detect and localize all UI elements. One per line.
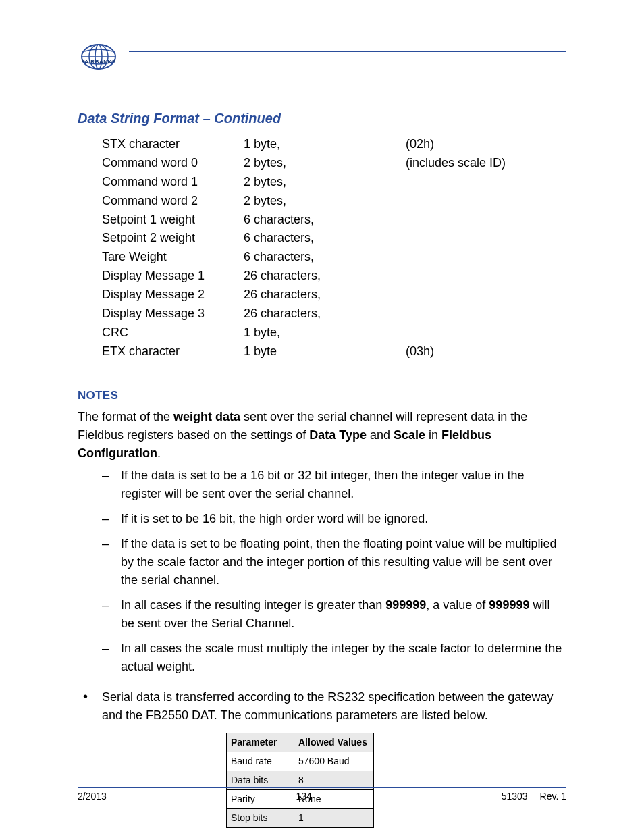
param-name: Stop bits <box>227 809 294 828</box>
spec-note <box>406 286 566 305</box>
spec-size: 6 characters, <box>244 229 406 248</box>
header-divider <box>129 51 566 52</box>
spec-name: Command word 2 <box>102 192 244 211</box>
spec-row: Setpoint 1 weight6 characters, <box>102 211 566 230</box>
section-title: Data String Format – Continued <box>78 108 566 128</box>
spec-size: 6 characters, <box>244 211 406 230</box>
list-item: If the data is set to be floating point,… <box>102 535 566 590</box>
spec-note: (includes scale ID) <box>406 154 566 173</box>
fairbanks-logo: FAIRBANKS <box>78 37 119 70</box>
spec-size: 26 characters, <box>244 305 406 323</box>
spec-row: Display Message 326 characters, <box>102 305 566 323</box>
footer-right: 51303 Rev. 1 <box>502 791 566 802</box>
spec-row: Command word 12 bytes, <box>102 173 566 192</box>
column-header: Parameter <box>227 733 294 752</box>
text: in <box>425 428 441 442</box>
list-item: In all cases if the resulting integer is… <box>102 596 566 633</box>
globe-icon <box>79 42 118 72</box>
list-item: Serial data is transferred according to … <box>83 688 566 725</box>
revision: Rev. 1 <box>540 791 566 802</box>
bold-text: Scale <box>394 428 425 442</box>
footer-row: 2/2013 134 51303 Rev. 1 <box>78 791 566 802</box>
spec-row: Display Message 226 characters, <box>102 286 566 305</box>
logo-brand-text: FAIRBANKS <box>81 59 115 65</box>
text: In all cases if the resulting integer is… <box>121 598 385 612</box>
spec-name: ETX character <box>102 342 244 361</box>
param-value: 1 <box>294 809 374 828</box>
spec-name: Display Message 1 <box>102 267 244 286</box>
content-area: Data String Format – Continued STX chara… <box>78 108 566 828</box>
spec-size: 26 characters, <box>244 267 406 286</box>
doc-id: 51303 <box>502 791 528 802</box>
spec-row: Display Message 126 characters, <box>102 267 566 286</box>
footer-date: 2/2013 <box>78 791 107 802</box>
spec-note <box>406 229 566 248</box>
list-item: In all cases the scale must multiply the… <box>102 640 566 676</box>
page-number: 134 <box>107 791 502 802</box>
spec-row: Tare Weight6 characters, <box>102 248 566 267</box>
spec-row: Command word 02 bytes,(includes scale ID… <box>102 154 566 173</box>
spec-size: 6 characters, <box>244 248 406 267</box>
spec-note <box>406 323 566 342</box>
spec-size: 1 byte, <box>244 323 406 342</box>
spec-row: Setpoint 2 weight6 characters, <box>102 229 566 248</box>
spec-size: 2 bytes, <box>244 192 406 211</box>
spec-note <box>406 305 566 323</box>
spec-name: Command word 0 <box>102 154 244 173</box>
spec-name: Display Message 3 <box>102 305 244 323</box>
serial-info-list: Serial data is transferred according to … <box>78 688 566 725</box>
spec-name: Setpoint 2 weight <box>102 229 244 248</box>
column-header: Allowed Values <box>294 733 374 752</box>
parameters-table: Parameter Allowed Values Baud rate 57600… <box>226 733 374 828</box>
spec-name: CRC <box>102 323 244 342</box>
table-header-row: Parameter Allowed Values <box>227 733 374 752</box>
text: . <box>157 446 161 460</box>
text: , a value of <box>426 598 489 612</box>
spec-table: STX character1 byte,(02h) Command word 0… <box>102 135 566 361</box>
spec-note: (03h) <box>406 342 566 361</box>
spec-name: STX character <box>102 135 244 154</box>
spec-note <box>406 267 566 286</box>
notes-heading: NOTES <box>78 387 566 405</box>
notes-list: If the data is set to be a 16 bit or 32 … <box>78 467 566 676</box>
spec-name: Tare Weight <box>102 248 244 267</box>
spec-note <box>406 248 566 267</box>
bold-text: 999999 <box>385 598 426 612</box>
spec-size: 1 byte <box>244 342 406 361</box>
param-value: 57600 Baud <box>294 752 374 771</box>
bold-text: 999999 <box>489 598 529 612</box>
spec-name: Setpoint 1 weight <box>102 211 244 230</box>
footer-divider <box>78 787 566 788</box>
spec-note: (02h) <box>406 135 566 154</box>
intro-paragraph: The format of the weight data sent over … <box>78 408 566 463</box>
page-footer: 2/2013 134 51303 Rev. 1 <box>78 787 566 802</box>
bold-text: Data Type <box>309 428 367 442</box>
list-item: If the data is set to be a 16 bit or 32 … <box>102 467 566 503</box>
spec-size: 1 byte, <box>244 135 406 154</box>
spec-note <box>406 211 566 230</box>
spec-row: STX character1 byte,(02h) <box>102 135 566 154</box>
spec-row: ETX character1 byte(03h) <box>102 342 566 361</box>
spec-name: Display Message 2 <box>102 286 244 305</box>
spec-row: Command word 22 bytes, <box>102 192 566 211</box>
table-row: Stop bits 1 <box>227 809 374 828</box>
table-row: Baud rate 57600 Baud <box>227 752 374 771</box>
spec-note <box>406 173 566 192</box>
spec-name: Command word 1 <box>102 173 244 192</box>
page-header: FAIRBANKS <box>78 37 566 70</box>
spec-size: 2 bytes, <box>244 173 406 192</box>
text: and <box>367 428 394 442</box>
spec-size: 26 characters, <box>244 286 406 305</box>
bold-text: weight data <box>173 410 240 423</box>
list-item: If it is set to be 16 bit, the high orde… <box>102 510 566 528</box>
spec-row: CRC1 byte, <box>102 323 566 342</box>
page: FAIRBANKS Data String Format – Continued… <box>0 0 644 834</box>
spec-note <box>406 192 566 211</box>
text: The format of the <box>78 410 173 423</box>
spec-size: 2 bytes, <box>244 154 406 173</box>
param-name: Baud rate <box>227 752 294 771</box>
